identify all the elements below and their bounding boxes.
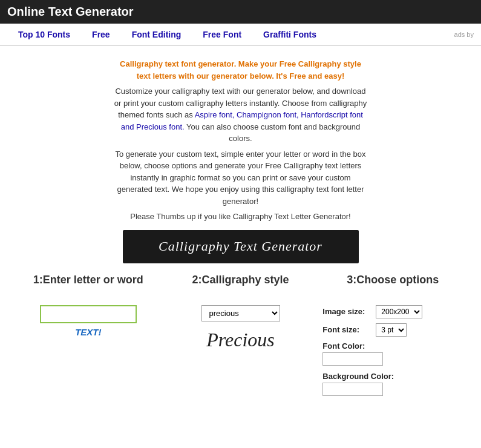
image-size-row: Image size: 100x100 150x150 200x200 250x… [322, 305, 463, 318]
desc-title: Calligraphy text font generator. Make yo… [120, 59, 361, 81]
image-size-select[interactable]: 100x100 150x150 200x200 250x250 300x300 [376, 305, 422, 318]
col2-title: 2:Calligraphy style [171, 273, 311, 287]
nav-item-top10[interactable]: Top 10 Fonts [7, 27, 81, 42]
ads-label: ads by [454, 31, 474, 38]
font-preview: Precious [171, 329, 311, 351]
style-select[interactable]: aspire champignon hanfordscript precious [201, 305, 280, 321]
page-header: Online Text Generator [0, 0, 481, 24]
main-content: Calligraphy text font generator. Make yo… [0, 46, 481, 408]
col-enter-text: 1:Enter letter or word TEXT! [12, 273, 165, 402]
desc-line3: You can also choose custom font and back… [186, 122, 360, 143]
font-color-row: Font Color: [322, 341, 463, 366]
bg-color-input[interactable] [322, 383, 383, 396]
desc-line5: Please Thumbs up if you like Calligraphy… [130, 212, 350, 221]
generator-columns: 1:Enter letter or word TEXT! 2:Calligrap… [12, 273, 469, 402]
font-size-row: Font size: 1 pt 2 pt 3 pt 4 pt 5 pt [322, 323, 463, 337]
bg-color-row: Background Color: [322, 372, 463, 396]
nav-item-free[interactable]: Free [81, 27, 121, 42]
image-size-label: Image size: [322, 307, 371, 316]
preview-label: TEXT! [75, 327, 101, 337]
description-block: Calligraphy text font generator. Make yo… [114, 58, 368, 223]
nav-item-fontediting[interactable]: Font Editing [121, 27, 192, 42]
col1-title: 1:Enter letter or word [18, 273, 159, 287]
banner-text: Calligraphy Text Generator [159, 239, 322, 254]
nav-item-graffiti[interactable]: Graffiti Fonts [252, 27, 327, 42]
banner-image: Calligraphy Text Generator [123, 230, 359, 263]
desc-line4: To generate your custom text, simple ent… [115, 150, 365, 206]
font-color-label: Font Color: [322, 341, 463, 351]
bg-color-label: Background Color: [322, 372, 463, 381]
font-color-input[interactable] [322, 352, 383, 366]
text-input-wrapper: TEXT! [18, 305, 159, 337]
col-options: 3:Choose options Image size: 100x100 150… [316, 273, 469, 402]
style-selector-wrapper: aspire champignon hanfordscript precious… [171, 305, 311, 351]
text-input[interactable] [40, 305, 137, 323]
col-calligraphy-style: 2:Calligraphy style aspire champignon ha… [165, 273, 317, 402]
col3-title: 3:Choose options [322, 273, 463, 287]
font-size-label: Font size: [322, 325, 371, 334]
nav-bar: Top 10 Fonts Free Font Editing Free Font… [0, 24, 481, 46]
font-size-select[interactable]: 1 pt 2 pt 3 pt 4 pt 5 pt [376, 323, 407, 337]
nav-item-freefont[interactable]: Free Font [192, 27, 252, 42]
page-title: Online Text Generator [7, 5, 134, 18]
